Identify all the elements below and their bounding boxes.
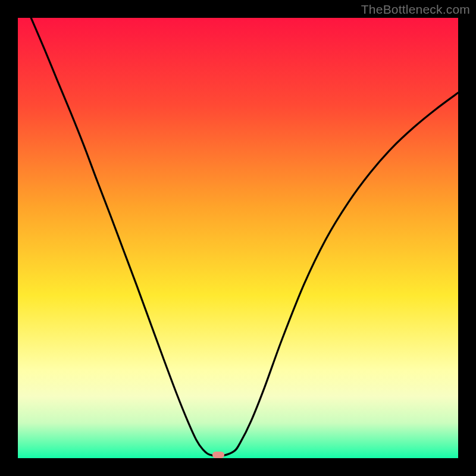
plot-area (18, 18, 458, 458)
chart-frame: TheBottleneck.com (0, 0, 476, 476)
watermark-text: TheBottleneck.com (361, 2, 470, 17)
curve-svg (18, 18, 458, 458)
minimum-marker (212, 452, 224, 458)
bottleneck-curve (18, 18, 458, 456)
